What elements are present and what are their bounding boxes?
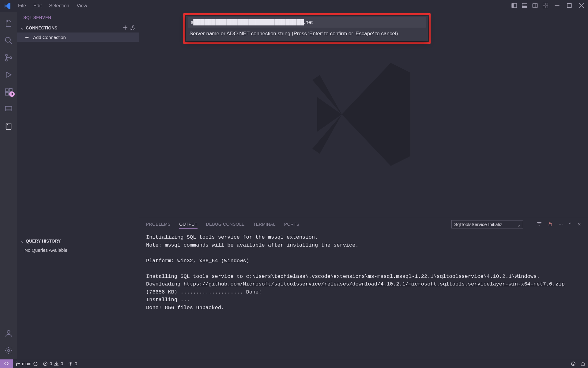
- svg-point-29: [7, 331, 10, 333]
- quick-input-highlight: Server name or ADO.NET connection string…: [183, 13, 431, 44]
- more-icon[interactable]: ⋯: [559, 222, 563, 227]
- settings-gear-icon[interactable]: [0, 342, 17, 359]
- vscode-logo-icon: [4, 2, 11, 10]
- svg-point-41: [16, 364, 17, 366]
- sync-icon[interactable]: [33, 361, 38, 366]
- output-view[interactable]: Initializing SQL tools service for the m…: [139, 230, 588, 359]
- svg-point-48: [70, 363, 71, 364]
- status-bar: main 0 0 0: [0, 359, 588, 368]
- svg-rect-1: [512, 3, 514, 8]
- menu-file[interactable]: File: [14, 2, 30, 10]
- svg-point-47: [56, 364, 57, 365]
- toggle-secondary-side-icon[interactable]: [532, 3, 538, 9]
- menu-bar: File Edit Selection View: [14, 2, 91, 10]
- svg-rect-39: [549, 223, 552, 226]
- remote-indicator[interactable]: [0, 359, 13, 368]
- activity-bar: 3: [0, 12, 17, 359]
- quick-input-widget: Server name or ADO.NET connection string…: [186, 16, 428, 41]
- svg-rect-21: [6, 89, 8, 92]
- sidebar: SQL SERVER ⌄ CONNECTIONS ＋ Add Connectio…: [17, 12, 139, 359]
- svg-point-30: [8, 350, 10, 352]
- panel-actions: ⋯ ⌃ ✕: [537, 221, 581, 228]
- download-link[interactable]: https://github.com/Microsoft/sqltoolsser…: [183, 281, 565, 287]
- quick-input-hint: Server name or ADO.NET connection string…: [188, 28, 426, 37]
- layout-controls: [511, 3, 548, 9]
- query-history-header[interactable]: ⌄ QUERY HISTORY: [17, 236, 139, 246]
- connections-tree-icon[interactable]: [130, 25, 135, 31]
- query-history-label: QUERY HISTORY: [26, 239, 137, 243]
- svg-line-15: [10, 42, 12, 44]
- svg-rect-24: [9, 88, 12, 91]
- connections-label: CONNECTIONS: [26, 25, 123, 30]
- add-connection-label: Add Connection: [33, 35, 66, 40]
- toggle-panel-icon[interactable]: [522, 3, 527, 9]
- chevron-down-icon: ⌄: [517, 222, 521, 228]
- query-history-empty: No Queries Available: [17, 246, 139, 255]
- svg-point-16: [6, 54, 7, 56]
- warning-icon: [54, 361, 59, 366]
- sidebar-title: SQL SERVER: [17, 12, 139, 23]
- ports-status[interactable]: 0: [66, 361, 80, 366]
- branch-status[interactable]: main: [13, 361, 40, 366]
- window-controls: [554, 3, 584, 9]
- explorer-icon[interactable]: [0, 15, 17, 32]
- svg-point-49: [571, 362, 575, 366]
- tab-terminal[interactable]: TERMINAL: [253, 220, 276, 228]
- notifications-icon[interactable]: [578, 361, 588, 366]
- problems-status[interactable]: 0 0: [40, 361, 66, 366]
- svg-point-42: [18, 363, 20, 364]
- filter-icon[interactable]: [537, 221, 542, 228]
- feedback-icon[interactable]: [568, 361, 578, 366]
- customize-layout-icon[interactable]: [543, 3, 548, 9]
- svg-rect-27: [6, 123, 11, 130]
- svg-rect-33: [132, 25, 134, 26]
- svg-point-14: [6, 37, 10, 42]
- accounts-icon[interactable]: [0, 325, 17, 342]
- source-control-icon[interactable]: [0, 49, 17, 66]
- app-root: File Edit Selection View 3: [0, 0, 588, 368]
- svg-point-28: [7, 124, 8, 125]
- tab-debug-console[interactable]: DEBUG CONSOLE: [206, 220, 245, 228]
- add-connection-item[interactable]: ＋ Add Connection: [17, 33, 139, 42]
- menu-selection[interactable]: Selection: [45, 2, 73, 10]
- svg-point-18: [10, 57, 12, 59]
- svg-rect-9: [546, 6, 548, 8]
- toggle-primary-side-icon[interactable]: [511, 3, 517, 9]
- chevron-up-icon[interactable]: ⌃: [568, 222, 572, 227]
- svg-rect-4: [533, 3, 537, 8]
- svg-rect-6: [543, 3, 545, 5]
- menu-edit[interactable]: Edit: [30, 2, 46, 10]
- lock-icon[interactable]: [548, 221, 553, 228]
- maximize-icon[interactable]: [567, 3, 572, 9]
- minimize-icon[interactable]: [554, 3, 560, 9]
- extensions-icon[interactable]: 3: [0, 83, 17, 101]
- connection-string-input[interactable]: [188, 17, 426, 28]
- svg-rect-11: [567, 3, 571, 8]
- svg-rect-3: [522, 6, 527, 8]
- svg-rect-8: [543, 6, 545, 8]
- run-debug-icon[interactable]: [0, 66, 17, 83]
- svg-point-20: [6, 72, 7, 73]
- panel-tabs: PROBLEMS OUTPUT DEBUG CONSOLE TERMINAL P…: [139, 218, 588, 230]
- tab-ports[interactable]: PORTS: [284, 220, 299, 228]
- search-icon[interactable]: [0, 32, 17, 49]
- output-channel-select[interactable]: SqlToolsService Initializ ⌄: [451, 220, 523, 228]
- sql-server-icon[interactable]: [0, 118, 17, 135]
- tab-output[interactable]: OUTPUT: [179, 220, 197, 229]
- error-icon: [43, 361, 48, 366]
- connections-section-header[interactable]: ⌄ CONNECTIONS: [17, 23, 139, 33]
- tab-problems[interactable]: PROBLEMS: [146, 220, 171, 228]
- svg-rect-25: [6, 106, 12, 111]
- title-bar: File Edit Selection View: [0, 0, 588, 12]
- close-icon[interactable]: [579, 3, 584, 9]
- extensions-badge: 3: [9, 91, 15, 97]
- svg-rect-35: [134, 29, 135, 30]
- remote-explorer-icon[interactable]: [0, 101, 17, 118]
- vscode-watermark-icon: [303, 53, 425, 177]
- svg-point-17: [6, 59, 7, 61]
- chevron-down-icon: ⌄: [19, 25, 26, 30]
- branch-name: main: [22, 361, 31, 366]
- add-connection-icon[interactable]: [123, 25, 128, 31]
- close-panel-icon[interactable]: ✕: [578, 222, 581, 227]
- menu-view[interactable]: View: [73, 2, 91, 10]
